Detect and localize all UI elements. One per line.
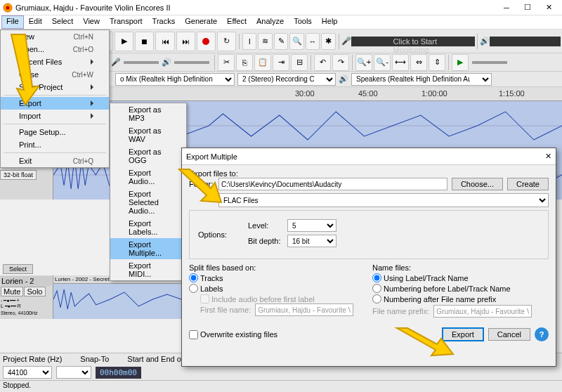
draw-tool[interactable]: ✎: [274, 33, 288, 50]
titlebar: Grumiaux, Hajdu - Favourite Violin Encor…: [0, 0, 562, 15]
export-selected[interactable]: Export Selected Audio...: [110, 188, 186, 217]
playback-meter[interactable]: [490, 37, 561, 46]
menu-close[interactable]: CloseCtrl+W: [1, 68, 109, 81]
menu-select[interactable]: Select: [47, 15, 79, 29]
speed-slider[interactable]: [472, 61, 507, 64]
export-wav[interactable]: Export as WAV: [110, 124, 186, 145]
zoom-tool[interactable]: 🔍: [289, 33, 303, 50]
cut-button[interactable]: ✂: [218, 54, 235, 71]
name-opt3-radio[interactable]: Numbering after File name prefix: [372, 294, 549, 303]
redo-button[interactable]: ↷: [332, 54, 349, 71]
export-submenu: Export as MP3 Export as WAV Export as OG…: [110, 103, 187, 281]
channels-select[interactable]: 2 (Stereo) Recording Chann: [237, 73, 336, 86]
speaker-icon: 🔊: [339, 74, 348, 84]
menu-analyze[interactable]: Analyze: [251, 15, 289, 29]
undo-button[interactable]: ↶: [314, 54, 331, 71]
export-multiple-dialog: Export Multiple ✕ Export files to: Folde…: [181, 148, 556, 367]
menu-effect[interactable]: Effect: [222, 15, 251, 29]
loop-button[interactable]: ↻: [217, 32, 236, 51]
zoom-out-button[interactable]: 🔍-: [374, 54, 391, 71]
export-ogg[interactable]: Export as OGG: [110, 145, 186, 166]
output-device-select[interactable]: Speakers (Realtek High Definition Audio): [351, 73, 492, 86]
menu-new[interactable]: NewCtrl+N: [1, 30, 109, 43]
help-button[interactable]: ?: [535, 327, 549, 341]
overwrite-checkbox[interactable]: Overwrite existing files: [189, 330, 277, 339]
copy-button[interactable]: ⎘: [236, 54, 253, 71]
selection-tool[interactable]: I: [242, 33, 256, 50]
format-select[interactable]: FLAC Files: [218, 193, 549, 207]
zoom-sel-button[interactable]: ⟷: [392, 54, 409, 71]
menu-help[interactable]: Help: [317, 15, 343, 29]
project-rate-select[interactable]: 44100: [3, 366, 52, 379]
track-select-button[interactable]: Select: [3, 264, 33, 274]
paste-button[interactable]: 📋: [254, 54, 271, 71]
rec-meter-icon[interactable]: 🎤: [341, 37, 351, 46]
close-button[interactable]: ✕: [538, 1, 559, 15]
recording-meter[interactable]: Click to Start Monitoring: [351, 37, 476, 46]
menu-print[interactable]: Print...: [1, 138, 109, 151]
name-opt2-radio[interactable]: Numbering before Label/Track Name: [372, 284, 549, 293]
cancel-button[interactable]: Cancel: [488, 328, 530, 341]
track2-waveform[interactable]: Lorien - 2002 - Secrets Of: [53, 275, 181, 319]
play-button[interactable]: ▶: [115, 32, 133, 51]
export-multiple[interactable]: Export Multiple...: [110, 238, 186, 259]
menu-edit[interactable]: Edit: [24, 15, 47, 29]
envelope-tool[interactable]: ≋: [258, 33, 272, 50]
export-button[interactable]: Export: [442, 327, 484, 341]
play-meter-icon[interactable]: 🔊: [480, 37, 490, 46]
input-device-select[interactable]: o Mix (Realtek High Definition Audio): [115, 73, 235, 86]
minimize-button[interactable]: ─: [496, 1, 517, 15]
skip-start-button[interactable]: ⏮: [155, 32, 174, 51]
maximize-button[interactable]: ☐: [517, 1, 538, 15]
menubar: File Edit Select View Transport Tracks G…: [0, 15, 562, 30]
menu-tracks[interactable]: Tracks: [148, 15, 181, 29]
timeshift-tool[interactable]: ↔: [306, 33, 320, 50]
menu-view[interactable]: View: [78, 15, 105, 29]
menu-file[interactable]: File: [1, 15, 24, 29]
folder-input[interactable]: [218, 178, 447, 190]
menu-save-project[interactable]: Save Project: [1, 81, 109, 93]
export-labels[interactable]: Export Labels...: [110, 217, 186, 238]
track2: Lorien - 2 Mute Solo - ━●━━ + L ━●━━ R S…: [0, 275, 181, 319]
rec-volume-slider[interactable]: [124, 61, 159, 64]
menu-transport[interactable]: Transport: [105, 15, 148, 29]
snap-to-label: Snap-To: [80, 355, 109, 363]
menu-import[interactable]: Import: [1, 110, 109, 122]
export-midi[interactable]: Export MIDI...: [110, 259, 186, 280]
track2-name[interactable]: Lorien - 2: [1, 276, 52, 286]
menu-page-setup[interactable]: Page Setup...: [1, 126, 109, 138]
export-mp3[interactable]: Export as MP3: [110, 103, 186, 124]
trim-button[interactable]: ⇥: [273, 54, 289, 71]
play-at-speed-button[interactable]: ▶: [452, 54, 469, 71]
multi-tool[interactable]: ✱: [321, 33, 335, 50]
svg-point-1: [6, 6, 9, 9]
track2-panel[interactable]: Lorien - 2 Mute Solo - ━●━━ + L ━●━━ R S…: [0, 275, 53, 319]
menu-open[interactable]: Open...Ctrl+O: [1, 43, 109, 55]
menu-generate[interactable]: Generate: [180, 15, 222, 29]
dialog-close-button[interactable]: ✕: [545, 152, 551, 161]
stop-button[interactable]: ⏹: [135, 32, 154, 51]
level-select[interactable]: 5: [287, 219, 336, 232]
split-tracks-radio[interactable]: Tracks: [189, 273, 365, 282]
export-audio[interactable]: Export Audio...: [110, 166, 186, 188]
snap-to-select[interactable]: [56, 366, 91, 379]
silence-button[interactable]: ⊟: [291, 54, 308, 71]
menu-tools[interactable]: Tools: [289, 15, 317, 29]
choose-button[interactable]: Choose...: [452, 178, 503, 190]
skip-end-button[interactable]: ⏭: [176, 32, 195, 51]
record-button[interactable]: [197, 32, 216, 51]
bitdepth-select[interactable]: 16 bit: [287, 235, 336, 247]
zoom-fit-button[interactable]: ⇔: [410, 54, 427, 71]
menu-export[interactable]: Export: [1, 97, 109, 110]
mute-button[interactable]: Mute: [1, 287, 23, 296]
create-button[interactable]: Create: [507, 178, 549, 190]
time-display[interactable]: 00h00m00: [96, 367, 141, 379]
menu-exit[interactable]: ExitCtrl+Q: [1, 155, 109, 167]
menu-recent[interactable]: Recent Files: [1, 55, 109, 68]
solo-button[interactable]: Solo: [24, 287, 45, 296]
split-labels-radio[interactable]: Labels: [189, 284, 365, 293]
zoom-toggle-button[interactable]: ⇕: [429, 54, 445, 71]
name-opt1-radio[interactable]: Using Label/Track Name: [372, 273, 549, 282]
play-volume-slider[interactable]: [174, 61, 209, 64]
zoom-in-button[interactable]: 🔍+: [355, 54, 372, 71]
